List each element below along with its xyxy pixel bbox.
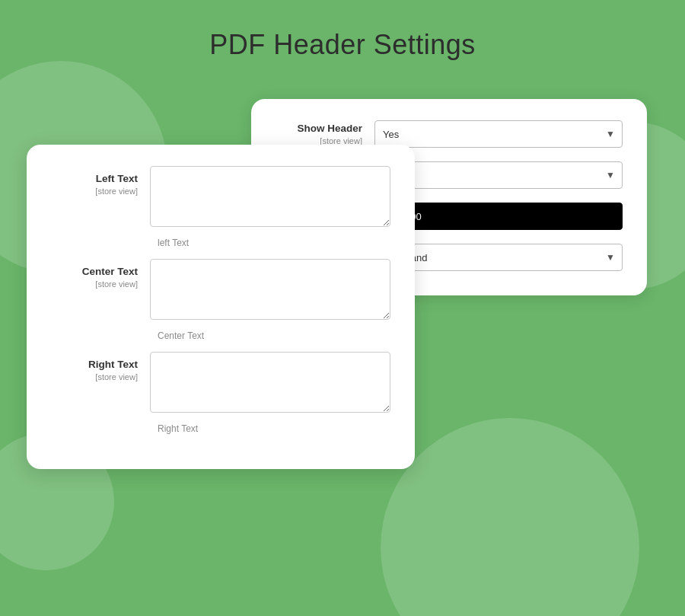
- left-text-label: Left Text [store view]: [51, 166, 150, 196]
- left-text-wrapper: [150, 166, 390, 230]
- right-text-hint: Right Text: [158, 423, 390, 434]
- right-text-wrapper: [150, 352, 390, 416]
- center-text-hint: Center Text: [158, 330, 390, 341]
- right-text-label: Right Text [store view]: [51, 352, 150, 382]
- left-text-input[interactable]: [150, 166, 390, 227]
- right-text-input[interactable]: [150, 352, 390, 413]
- left-text-row: Left Text [store view]: [51, 166, 390, 230]
- show-header-select[interactable]: Yes No: [374, 120, 623, 148]
- right-text-row: Right Text [store view]: [51, 352, 390, 416]
- show-header-label: Show Header [store view]: [276, 122, 374, 146]
- show-header-select-wrapper: Yes No ▼: [374, 120, 623, 148]
- cards-wrapper: Show Header [store view] Yes No ▼ Font S…: [0, 84, 685, 616]
- show-header-row: Show Header [store view] Yes No ▼: [276, 120, 623, 148]
- center-text-row: Center Text [store view]: [51, 259, 390, 323]
- center-text-input[interactable]: [150, 259, 390, 320]
- center-text-wrapper: [150, 259, 390, 323]
- center-text-label: Center Text [store view]: [51, 259, 150, 289]
- left-text-hint: left Text: [158, 238, 390, 248]
- text-fields-card: Left Text [store view] left Text Center …: [27, 145, 415, 469]
